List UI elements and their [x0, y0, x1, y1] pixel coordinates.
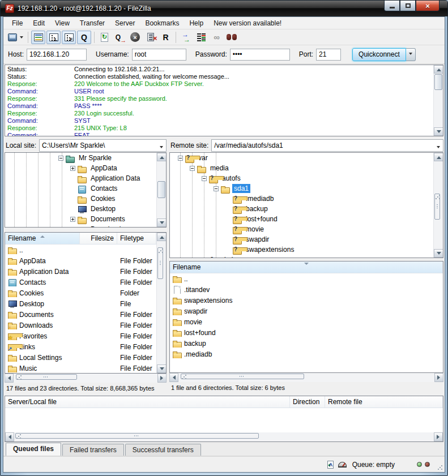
scroll-down-icon[interactable]	[434, 249, 443, 258]
menu-item-help[interactable]: Help	[184, 18, 208, 28]
menu-item-transfer[interactable]: Transfer	[75, 18, 110, 28]
file-row-[interactable]: ..	[170, 273, 443, 284]
tree-item-desktop[interactable]: Desktop	[5, 204, 156, 214]
transfer-type-icon[interactable]	[327, 461, 334, 469]
speed-limits-icon[interactable]	[338, 462, 347, 468]
scroll-left-icon[interactable]	[169, 373, 178, 382]
scroll-left-icon[interactable]	[5, 432, 14, 441]
collapse-toggle-icon[interactable]	[58, 156, 63, 161]
collapse-toggle-icon[interactable]	[202, 176, 207, 181]
tree-item-media[interactable]: media	[170, 163, 433, 173]
queue-column-direction[interactable]: Direction	[290, 396, 325, 408]
tree-item-backup[interactable]: ?backup	[170, 204, 433, 214]
remote-tree-scroll-thumb[interactable]	[434, 194, 440, 220]
file-row-contacts[interactable]: ContactsFile Folder	[5, 277, 156, 288]
synchronized-browsing-button[interactable]: ∞	[210, 31, 224, 44]
queue-horizontal-scrollbar[interactable]	[5, 432, 443, 441]
file-row-[interactable]: ..	[5, 245, 156, 255]
tree-item-sda1[interactable]: sda1	[170, 183, 433, 194]
title-bar[interactable]: Fz 192.168.1.20 - root@192.168.1.20 - Fi…	[1, 1, 447, 16]
tree-item-autofs[interactable]: ?autofs	[170, 173, 433, 183]
scroll-right-icon[interactable]	[157, 374, 167, 383]
quickconnect-button[interactable]: Quickconnect	[352, 48, 406, 61]
tree-item-var[interactable]: ?var	[170, 153, 433, 163]
collapse-toggle-icon[interactable]	[214, 186, 219, 191]
quickconnect-dropdown-button[interactable]	[406, 48, 416, 61]
process-queue-button[interactable]: Q	[113, 31, 127, 44]
file-row-local-settings[interactable]: Local SettingsFile Folder	[5, 352, 156, 363]
menu-item-new-version-available[interactable]: New version available!	[208, 18, 287, 28]
menu-item-file[interactable]: File	[7, 18, 28, 28]
scroll-up-icon[interactable]	[157, 233, 167, 241]
host-input[interactable]	[27, 49, 87, 61]
scroll-right-icon[interactable]	[434, 432, 443, 441]
file-row-cookies[interactable]: CookiesFolder	[5, 288, 156, 298]
pane-splitter-horizontal[interactable]	[5, 228, 167, 232]
remote-hscroll-thumb[interactable]	[181, 374, 304, 379]
tree-item-mediadb[interactable]: ?.mediadb	[170, 194, 433, 204]
scroll-down-icon[interactable]	[157, 218, 167, 227]
toggle-local-tree-button[interactable]: L	[46, 31, 61, 44]
tree-item-lost-found[interactable]: ?lost+found	[170, 214, 433, 224]
file-row-backup[interactable]: backup	[170, 338, 443, 349]
menu-item-view[interactable]: View	[50, 18, 75, 28]
port-input[interactable]	[316, 49, 341, 61]
scroll-down-icon[interactable]	[157, 364, 167, 373]
remote-horizontal-scrollbar[interactable]	[169, 373, 443, 382]
scroll-left-icon[interactable]	[5, 374, 14, 383]
cancel-button[interactable]: ×	[128, 31, 142, 44]
local-hscroll-thumb[interactable]	[16, 374, 77, 380]
menu-item-edit[interactable]: Edit	[28, 18, 50, 28]
tree-item-swapextensions[interactable]: ?swapextensions	[170, 245, 433, 255]
queue-column-server-local-file[interactable]: Server/Local file	[5, 396, 290, 408]
scroll-down-icon[interactable]	[434, 127, 443, 136]
column-header-filename[interactable]: Filename	[5, 233, 80, 244]
disconnect-button[interactable]: ×	[143, 31, 157, 44]
tab-successful-transfers[interactable]: Successful transfers	[125, 444, 201, 456]
file-row-documents[interactable]: DocumentsFile Folder	[5, 309, 156, 320]
tab-queued-files[interactable]: Queued files	[6, 443, 61, 456]
find-files-button[interactable]	[225, 31, 239, 44]
file-row-mediadb[interactable]: .mediadb	[170, 349, 443, 359]
reconnect-button[interactable]: R	[159, 31, 173, 44]
local-tree-scrollbar[interactable]	[156, 153, 166, 227]
maximize-button[interactable]	[400, 1, 416, 11]
tree-item-movie[interactable]: ?movie	[170, 224, 433, 234]
remote-tree-scrollbar[interactable]	[433, 153, 443, 258]
tree-item-appdata[interactable]: AppData	[5, 163, 156, 173]
password-input[interactable]	[230, 49, 290, 61]
file-row-links[interactable]: ↗LinksFile Folder	[5, 341, 156, 352]
file-row-downloads[interactable]: ↓DownloadsFile Folder	[5, 320, 156, 331]
close-button[interactable]: ×	[416, 1, 440, 11]
scroll-up-icon[interactable]	[157, 153, 167, 161]
directory-comparison-button[interactable]	[194, 31, 208, 44]
scroll-up-icon[interactable]	[434, 65, 443, 74]
tree-item-dvd[interactable]: ?dvd	[170, 255, 433, 258]
file-row-application-data[interactable]: Application DataFile Folder	[5, 266, 156, 277]
expand-toggle-icon[interactable]	[70, 217, 75, 222]
expand-toggle-icon[interactable]	[70, 166, 75, 171]
refresh-button[interactable]: ↻	[97, 31, 112, 44]
file-row-lost-found[interactable]: lost+found	[170, 327, 443, 338]
local-list-scroll-thumb[interactable]	[157, 247, 163, 279]
local-site-combobox[interactable]: C:\Users\Mr Sparkle\	[39, 139, 167, 152]
local-list-scrollbar[interactable]	[156, 233, 166, 373]
file-row-appdata[interactable]: AppDataFile Folder	[5, 255, 156, 266]
collapse-toggle-icon[interactable]	[190, 166, 195, 171]
tree-item-downloads[interactable]: ↓Downloads	[5, 224, 156, 227]
transfer-arrows-button[interactable]	[179, 31, 193, 44]
local-horizontal-scrollbar[interactable]	[5, 374, 167, 383]
toggle-message-log-button[interactable]	[31, 31, 45, 44]
tree-item-documents[interactable]: Documents	[5, 214, 156, 224]
file-row-movie[interactable]: movie	[170, 316, 443, 327]
collapse-toggle-icon[interactable]	[178, 156, 183, 161]
tree-item-mr-sparkle[interactable]: Mr Sparkle	[5, 153, 156, 163]
tree-item-swapdir[interactable]: ?swapdir	[170, 234, 433, 245]
tree-item-application-data[interactable]: Application Data	[5, 173, 156, 183]
scroll-up-icon[interactable]	[434, 153, 443, 161]
tab-failed-transfers[interactable]: Failed transfers	[62, 444, 124, 456]
tree-item-cookies[interactable]: Cookies	[5, 194, 156, 204]
minimize-button[interactable]	[384, 1, 400, 11]
file-row-desktop[interactable]: DesktopFile	[5, 298, 156, 309]
toggle-queue-button[interactable]: Q	[77, 31, 91, 44]
